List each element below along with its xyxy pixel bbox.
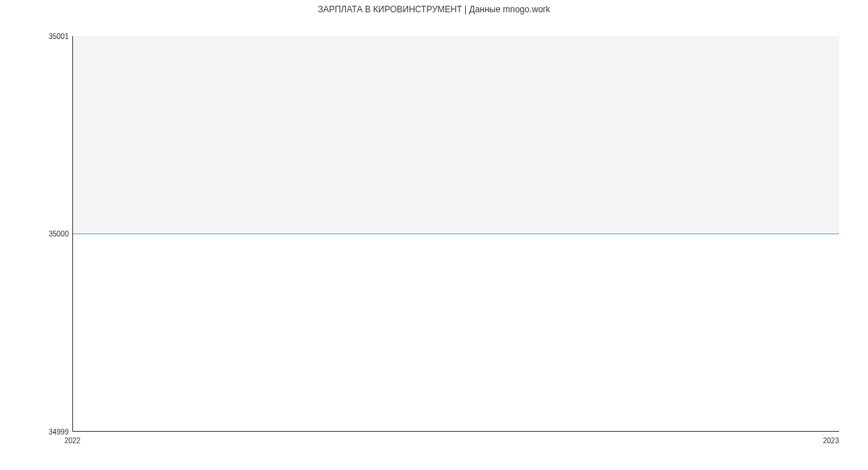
x-tick-label: 2023	[823, 437, 839, 445]
x-tick-label: 2022	[64, 437, 80, 445]
y-tick-label: 35001	[48, 33, 69, 40]
data-line	[73, 234, 839, 234]
plot-area	[72, 36, 839, 432]
chart-title: ЗАРПЛАТА В КИРОВИНСТРУМЕНТ | Данные mnog…	[0, 4, 868, 14]
plot-band	[73, 36, 839, 234]
y-tick-label: 35000	[48, 230, 69, 238]
y-tick-label: 34999	[48, 428, 69, 436]
